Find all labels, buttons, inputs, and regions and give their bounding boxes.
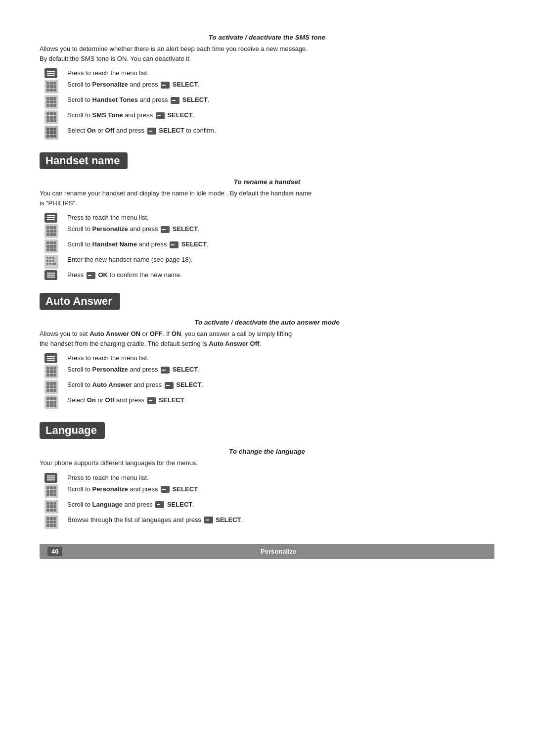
svg-rect-115 xyxy=(53,382,56,385)
svg-rect-48 xyxy=(50,135,53,138)
svg-rect-45 xyxy=(50,131,53,134)
svg-rect-99 xyxy=(47,360,55,361)
svg-rect-41 xyxy=(46,128,49,131)
handset-step-4: Enter the new handset name (see page 18)… xyxy=(44,255,494,269)
select-btn-icon xyxy=(161,82,170,89)
svg-rect-82 xyxy=(49,257,51,259)
select-btn-icon xyxy=(204,517,213,523)
svg-rect-53 xyxy=(47,215,55,216)
svg-rect-173 xyxy=(53,524,56,527)
svg-rect-32 xyxy=(46,116,49,119)
svg-rect-171 xyxy=(46,524,49,527)
svg-rect-102 xyxy=(50,367,53,370)
svg-rect-51 xyxy=(149,131,152,132)
sms-step-4: Scroll to SMS Tone and press SELECT. xyxy=(44,110,494,124)
svg-rect-9 xyxy=(50,85,53,88)
handset-name-steps: Press to reach the menu list. xyxy=(44,213,494,280)
step-icon-menu xyxy=(44,68,62,78)
svg-rect-170 xyxy=(53,520,56,523)
svg-rect-2 xyxy=(47,73,55,74)
svg-rect-120 xyxy=(50,389,53,392)
svg-rect-59 xyxy=(53,226,56,229)
menu-icon xyxy=(44,473,57,483)
svg-rect-80 xyxy=(44,255,58,269)
svg-rect-36 xyxy=(50,119,53,122)
svg-rect-77 xyxy=(53,248,56,251)
step-icon-grid-3 xyxy=(44,95,62,109)
svg-rect-148 xyxy=(50,493,53,496)
svg-rect-158 xyxy=(53,505,56,508)
svg-rect-31 xyxy=(53,112,56,115)
svg-rect-97 xyxy=(47,356,55,357)
svg-rect-121 xyxy=(53,389,56,392)
svg-rect-155 xyxy=(53,502,56,505)
svg-rect-24 xyxy=(50,104,53,107)
svg-rect-118 xyxy=(53,385,56,388)
menu-icon xyxy=(44,213,57,223)
handset-step-1-text: Press to reach the menu list. xyxy=(67,213,494,223)
svg-rect-142 xyxy=(50,486,53,489)
grid-icon xyxy=(44,515,58,529)
svg-rect-161 xyxy=(53,509,56,512)
hash-icon xyxy=(44,255,58,269)
svg-rect-125 xyxy=(46,397,49,400)
svg-rect-70 xyxy=(50,241,53,244)
svg-rect-91 xyxy=(47,273,55,274)
language-section: Language To change the language Your pho… xyxy=(40,413,494,529)
svg-rect-135 xyxy=(149,400,152,401)
sms-step-3: Scroll to Handset Tones and press SELECT… xyxy=(44,95,494,109)
svg-rect-15 xyxy=(162,85,166,86)
svg-rect-73 xyxy=(50,245,53,248)
select-btn-icon xyxy=(171,97,179,104)
svg-rect-95 xyxy=(88,275,91,276)
step-icon-grid-h3 xyxy=(44,239,62,253)
svg-rect-130 xyxy=(53,401,56,404)
select-btn-icon xyxy=(161,226,170,233)
lang-step-1-text: Press to reach the menu list. xyxy=(67,473,494,483)
svg-rect-107 xyxy=(46,374,49,377)
svg-rect-63 xyxy=(46,233,49,236)
select-btn-icon xyxy=(161,367,170,374)
grid-icon xyxy=(44,224,58,238)
sms-step-2: Scroll to Personalize and press SELECT. xyxy=(44,80,494,94)
select-btn-icon xyxy=(155,501,164,508)
svg-rect-131 xyxy=(46,404,49,407)
svg-rect-114 xyxy=(50,382,53,385)
svg-rect-168 xyxy=(46,520,49,523)
svg-rect-145 xyxy=(50,490,53,493)
step-icon-grid-a3 xyxy=(44,380,62,394)
lang-step-4-text: Browse through the list of languages and… xyxy=(67,515,494,525)
svg-rect-138 xyxy=(47,477,55,478)
svg-rect-25 xyxy=(53,104,56,107)
svg-rect-167 xyxy=(53,517,56,520)
svg-rect-139 xyxy=(47,479,55,480)
select-btn-icon xyxy=(147,397,156,404)
grid-icon xyxy=(44,500,58,514)
svg-rect-55 xyxy=(47,219,55,220)
auto-step-3: Scroll to Auto Answer and press SELECT. xyxy=(44,380,494,394)
svg-rect-149 xyxy=(53,493,56,496)
svg-rect-75 xyxy=(46,248,49,251)
svg-rect-5 xyxy=(46,82,49,85)
svg-rect-65 xyxy=(53,233,56,236)
svg-rect-42 xyxy=(50,128,53,131)
svg-rect-104 xyxy=(46,370,49,373)
svg-rect-119 xyxy=(46,389,49,392)
svg-rect-79 xyxy=(171,244,175,245)
svg-rect-109 xyxy=(53,374,56,377)
step-icon-menu-h1 xyxy=(44,213,62,223)
sms-steps: Press to reach the menu list. xyxy=(44,68,494,140)
svg-rect-163 xyxy=(157,504,160,505)
select-btn-icon xyxy=(170,241,178,248)
auto-step-1: Press to reach the menu list. xyxy=(44,353,494,363)
svg-rect-105 xyxy=(50,370,53,373)
svg-rect-27 xyxy=(172,100,176,101)
step-icon-grid-l4 xyxy=(44,515,62,529)
svg-rect-147 xyxy=(46,493,49,496)
lang-step-4: Browse through the list of languages and… xyxy=(44,515,494,529)
language-title: Language xyxy=(40,422,105,439)
svg-rect-58 xyxy=(50,226,53,229)
svg-rect-43 xyxy=(53,128,56,131)
svg-rect-76 xyxy=(50,248,53,251)
svg-rect-61 xyxy=(50,230,53,233)
